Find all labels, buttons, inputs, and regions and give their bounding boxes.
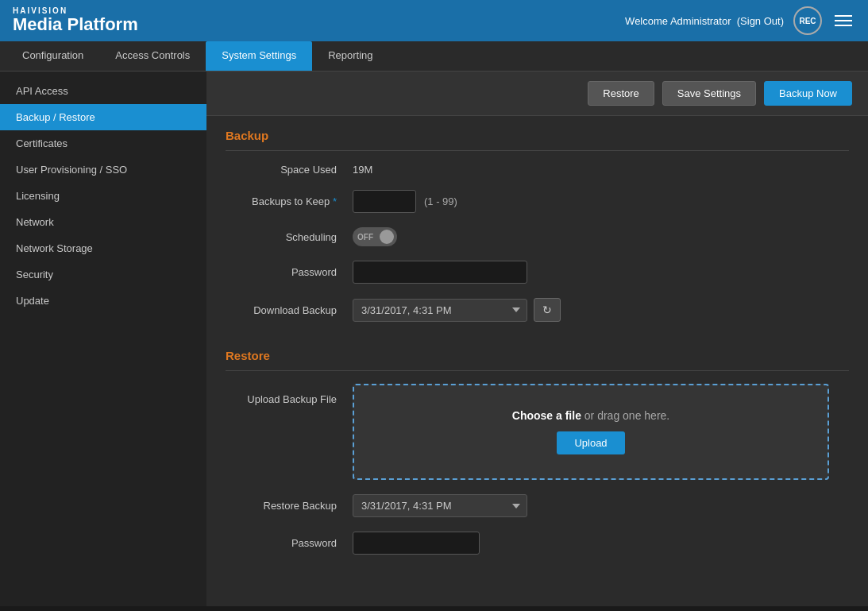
download-backup-select[interactable]: 3/31/2017, 4:31 PM	[353, 299, 527, 322]
backups-to-keep-hint: (1 - 99)	[424, 195, 457, 207]
restore-password-input[interactable]	[353, 532, 480, 555]
backup-password-input[interactable]	[353, 261, 527, 284]
main-content: Restore Save Settings Backup Now Backup …	[206, 72, 868, 606]
backup-section-title: Backup	[226, 116, 849, 151]
tab-access-controls[interactable]: Access Controls	[99, 41, 206, 71]
toolbar: Restore Save Settings Backup Now	[206, 72, 868, 116]
sidebar-item-network-storage[interactable]: Network Storage	[0, 235, 206, 261]
download-backup-icon-btn[interactable]: ↻	[534, 298, 561, 322]
upload-button[interactable]: Upload	[557, 431, 624, 454]
hamburger-menu-button[interactable]	[831, 12, 855, 29]
sidebar-item-network[interactable]: Network	[0, 209, 206, 235]
sidebar-item-user-provisioning-sso[interactable]: User Provisioning / SSO	[0, 157, 206, 183]
nav-tabs: Configuration Access Controls System Set…	[0, 41, 868, 72]
toggle-knob	[380, 230, 394, 244]
restore-backup-row: Restore Backup 3/31/2017, 4:31 PM	[226, 494, 849, 517]
space-used-row: Space Used 19M	[226, 164, 849, 176]
or-drag-text: or drag one here.	[584, 409, 669, 422]
toggle-off-label: OFF	[357, 233, 373, 242]
content-area: Backup Space Used 19M Backups to Keep * …	[206, 116, 868, 588]
sidebar-item-backup-restore[interactable]: Backup / Restore	[0, 104, 206, 130]
toggle-switch[interactable]: OFF	[353, 227, 397, 246]
user-greeting: Welcome Administrator (Sign Out)	[625, 15, 784, 27]
save-settings-button[interactable]: Save Settings	[662, 81, 756, 106]
space-used-label: Space Used	[226, 164, 353, 176]
layout: API Access Backup / Restore Certificates…	[0, 72, 868, 606]
backup-now-button[interactable]: Backup Now	[764, 81, 852, 106]
tab-configuration[interactable]: Configuration	[6, 41, 99, 71]
app-name: Media Platform	[13, 15, 138, 34]
backup-password-label: Password	[226, 266, 353, 278]
choose-file-text[interactable]: Choose a file	[512, 409, 581, 422]
refresh-icon: ↻	[542, 304, 552, 316]
restore-button[interactable]: Restore	[588, 81, 654, 106]
upload-area-text: Choose a file or drag one here.	[370, 409, 812, 422]
header: HAIVISION Media Platform Welcome Adminis…	[0, 0, 868, 41]
restore-password-row: Password	[226, 532, 849, 555]
upload-backup-row: Upload Backup File Choose a file or drag…	[226, 384, 849, 480]
header-right: Welcome Administrator (Sign Out) REC	[625, 6, 855, 35]
sign-out-link[interactable]: (Sign Out)	[737, 15, 784, 27]
download-backup-label: Download Backup	[226, 304, 353, 316]
sidebar-item-licensing[interactable]: Licensing	[0, 183, 206, 209]
upload-backup-label: Upload Backup File	[226, 384, 353, 405]
rec-button[interactable]: REC	[793, 6, 822, 35]
restore-backup-select[interactable]: 3/31/2017, 4:31 PM	[353, 494, 527, 517]
backups-to-keep-input[interactable]: 7	[353, 190, 416, 213]
hamburger-line	[835, 25, 852, 26]
scheduling-row: Scheduling OFF	[226, 227, 849, 246]
scheduling-label: Scheduling	[226, 231, 353, 243]
sidebar-item-api-access[interactable]: API Access	[0, 78, 206, 104]
restore-backup-label: Restore Backup	[226, 500, 353, 512]
download-backup-controls: 3/31/2017, 4:31 PM ↻	[353, 298, 561, 322]
hamburger-line	[835, 15, 852, 17]
sidebar-item-certificates[interactable]: Certificates	[0, 130, 206, 157]
sidebar-item-security[interactable]: Security	[0, 261, 206, 288]
sidebar: API Access Backup / Restore Certificates…	[0, 72, 206, 606]
backups-to-keep-label: Backups to Keep *	[226, 195, 353, 207]
restore-section-title: Restore	[226, 336, 849, 371]
sidebar-item-update[interactable]: Update	[0, 288, 206, 314]
backup-password-row: Password	[226, 261, 849, 284]
backups-to-keep-row: Backups to Keep * 7 (1 - 99)	[226, 190, 849, 213]
download-backup-row: Download Backup 3/31/2017, 4:31 PM ↻	[226, 298, 849, 322]
hamburger-line	[835, 20, 852, 21]
logo: HAIVISION Media Platform	[13, 6, 138, 34]
scheduling-toggle[interactable]: OFF	[353, 227, 397, 246]
space-used-value: 19M	[353, 164, 372, 176]
tab-system-settings[interactable]: System Settings	[206, 41, 312, 71]
restore-password-label: Password	[226, 537, 353, 549]
upload-drop-area[interactable]: Choose a file or drag one here. Upload	[353, 384, 829, 480]
tab-reporting[interactable]: Reporting	[312, 41, 388, 71]
